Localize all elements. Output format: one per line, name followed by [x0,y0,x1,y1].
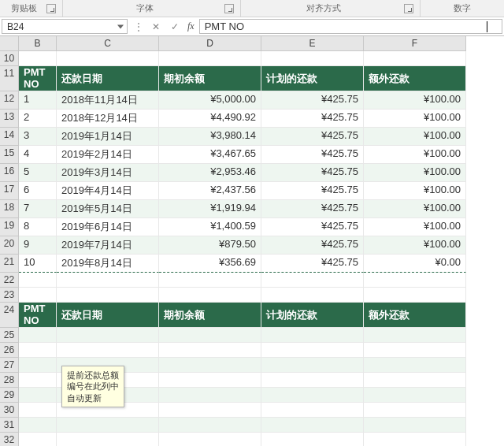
cell[interactable] [57,288,159,303]
cell[interactable]: ¥0.00 [364,255,466,273]
row-header[interactable]: 21 [0,255,19,273]
cell[interactable]: ¥425.75 [261,91,364,110]
column-header[interactable]: D [159,36,261,51]
cell[interactable]: ¥425.75 [261,255,364,273]
row-header[interactable]: 22 [0,273,19,288]
cell[interactable]: 2018年11月14日 [57,91,159,110]
cell[interactable] [19,388,57,403]
cell[interactable] [159,433,261,446]
row-header[interactable]: 10 [0,51,19,66]
cell[interactable]: ¥425.75 [261,236,364,255]
row-header[interactable]: 25 [0,328,19,343]
cell[interactable] [364,418,466,433]
cell[interactable]: 7 [19,200,57,218]
cell[interactable]: ¥425.75 [261,110,364,128]
row-header[interactable]: 16 [0,164,19,182]
cell[interactable]: ¥100.00 [364,200,466,218]
cell[interactable] [364,358,466,373]
row-header[interactable]: 26 [0,343,19,358]
cell[interactable]: 2019年8月14日 [57,255,159,273]
row-header[interactable]: 29 [0,388,19,403]
cell[interactable]: ¥425.75 [261,146,364,164]
row-header[interactable]: 12 [0,91,19,110]
cancel-icon[interactable]: ✕ [150,21,162,32]
cell[interactable] [19,328,57,343]
cell[interactable] [159,328,261,343]
cell[interactable]: ¥3,980.14 [159,128,261,146]
cell[interactable]: ¥2,953.46 [159,164,261,182]
row-header[interactable]: 11 [0,66,19,91]
cell[interactable]: ¥100.00 [364,182,466,200]
cell[interactable]: 2019年1月14日 [57,128,159,146]
cell[interactable]: 3 [19,128,57,146]
row-header[interactable]: 14 [0,128,19,146]
cell[interactable]: ¥1,919.94 [159,200,261,218]
cell[interactable]: 6 [19,182,57,200]
fx-icon[interactable]: fx [187,20,195,32]
formula-input[interactable]: PMT NO [199,19,502,34]
cell[interactable] [261,373,364,388]
cell[interactable] [261,51,364,66]
cell[interactable]: ¥425.75 [261,128,364,146]
cell[interactable]: ¥100.00 [364,236,466,255]
cell[interactable]: 8 [19,218,57,236]
cell[interactable] [19,288,57,303]
cell[interactable]: ¥100.00 [364,164,466,182]
cell[interactable] [57,418,159,433]
row-header[interactable]: 18 [0,200,19,218]
cell[interactable] [261,343,364,358]
cell[interactable] [261,288,364,303]
cell[interactable]: ¥5,000.00 [159,91,261,110]
cell[interactable]: 2019年2月14日 [57,146,159,164]
row-header[interactable]: 15 [0,146,19,164]
cell[interactable] [364,273,466,288]
cell[interactable] [364,288,466,303]
cell[interactable] [19,418,57,433]
cell[interactable] [364,433,466,446]
row-header[interactable]: 31 [0,418,19,433]
row-header[interactable]: 28 [0,373,19,388]
cell[interactable]: ¥3,467.65 [159,146,261,164]
cell[interactable] [57,433,159,446]
cell[interactable]: 2018年12月14日 [57,110,159,128]
cell[interactable] [159,373,261,388]
cell[interactable] [261,388,364,403]
enter-icon[interactable]: ✓ [169,21,181,32]
row-header[interactable]: 27 [0,358,19,373]
column-header[interactable]: F [364,36,466,51]
cell[interactable]: ¥879.50 [159,236,261,255]
cell[interactable] [364,343,466,358]
cell[interactable]: ¥425.75 [261,218,364,236]
cell[interactable] [364,388,466,403]
select-all-corner[interactable] [0,36,19,51]
cell[interactable] [159,273,261,288]
cell[interactable] [57,328,159,343]
cell[interactable] [19,373,57,388]
cell[interactable] [57,51,159,66]
cell[interactable] [261,358,364,373]
row-header[interactable]: 32 [0,433,19,446]
column-header[interactable]: B [19,36,57,51]
row-header[interactable]: 23 [0,288,19,303]
cell[interactable] [261,433,364,446]
column-header[interactable]: E [261,36,364,51]
cell[interactable]: 9 [19,236,57,255]
cell[interactable]: ¥100.00 [364,110,466,128]
cell[interactable]: 2019年6月14日 [57,218,159,236]
cell[interactable] [19,273,57,288]
cell[interactable] [261,273,364,288]
cell[interactable]: 2019年4月14日 [57,182,159,200]
cell[interactable] [19,51,57,66]
cell[interactable] [364,373,466,388]
row-header[interactable]: 20 [0,236,19,255]
dialog-launcher-icon[interactable] [224,4,234,13]
cell[interactable] [159,403,261,418]
cell[interactable]: ¥1,400.59 [159,218,261,236]
cell[interactable] [19,358,57,373]
cell[interactable] [261,418,364,433]
cell[interactable] [159,358,261,373]
cell[interactable]: ¥100.00 [364,218,466,236]
cell[interactable] [159,343,261,358]
row-header[interactable]: 30 [0,403,19,418]
cell[interactable]: ¥2,437.56 [159,182,261,200]
